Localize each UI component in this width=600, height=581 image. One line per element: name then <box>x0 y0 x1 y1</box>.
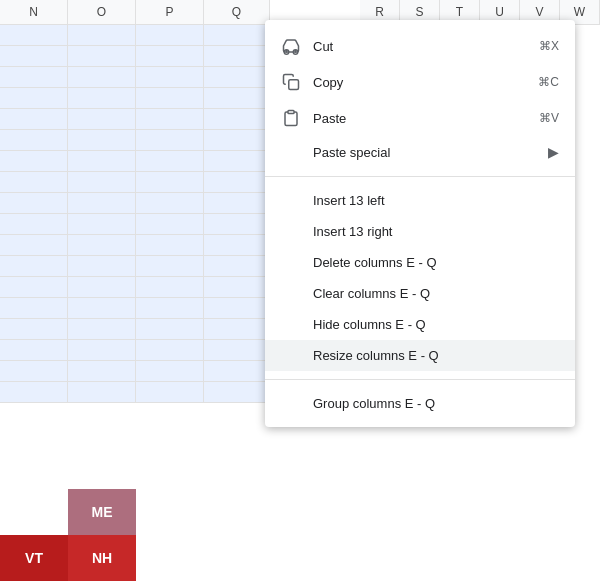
menu-divider-2 <box>265 379 575 380</box>
menu-item-resize-cols[interactable]: Resize columns E - Q <box>265 340 575 371</box>
col-header-n[interactable]: N <box>0 0 68 24</box>
paste-special-label: Paste special <box>313 145 390 160</box>
map-cell-nh: NH <box>68 535 136 581</box>
copy-icon <box>281 72 301 92</box>
menu-item-hide-cols[interactable]: Hide columns E - Q <box>265 309 575 340</box>
spreadsheet: N O P Q VT NH ME <box>0 0 270 581</box>
cut-label: Cut <box>313 39 333 54</box>
svg-rect-5 <box>288 111 294 114</box>
resize-cols-label: Resize columns E - Q <box>313 348 439 363</box>
paste-shortcut: ⌘V <box>539 111 559 125</box>
paste-icon <box>281 108 301 128</box>
menu-item-clear-cols[interactable]: Clear columns E - Q <box>265 278 575 309</box>
map-cell-vt: VT <box>0 535 68 581</box>
menu-item-paste[interactable]: Paste ⌘V <box>265 100 575 136</box>
cut-shortcut: ⌘X <box>539 39 559 53</box>
col-headers: N O P Q <box>0 0 270 25</box>
copy-label: Copy <box>313 75 343 90</box>
menu-item-insert-left[interactable]: Insert 13 left <box>265 185 575 216</box>
group-cols-label: Group columns E - Q <box>313 396 435 411</box>
menu-item-paste-special[interactable]: Paste special ▶ <box>265 136 575 168</box>
context-menu: Cut ⌘X Copy ⌘C Paste ⌘V <box>265 20 575 427</box>
menu-item-delete-cols[interactable]: Delete columns E - Q <box>265 247 575 278</box>
col-header-p[interactable]: P <box>136 0 204 24</box>
col-header-q[interactable]: Q <box>204 0 270 24</box>
menu-item-group-cols[interactable]: Group columns E - Q <box>265 388 575 419</box>
menu-divider-1 <box>265 176 575 177</box>
col-header-o[interactable]: O <box>68 0 136 24</box>
delete-cols-label: Delete columns E - Q <box>313 255 437 270</box>
menu-item-insert-right[interactable]: Insert 13 right <box>265 216 575 247</box>
insert-left-label: Insert 13 left <box>313 193 385 208</box>
menu-item-cut[interactable]: Cut ⌘X <box>265 28 575 64</box>
grid-area <box>0 25 270 403</box>
copy-shortcut: ⌘C <box>538 75 559 89</box>
insert-right-label: Insert 13 right <box>313 224 393 239</box>
clear-cols-label: Clear columns E - Q <box>313 286 430 301</box>
menu-item-copy[interactable]: Copy ⌘C <box>265 64 575 100</box>
hide-cols-label: Hide columns E - Q <box>313 317 426 332</box>
svg-rect-4 <box>289 80 299 90</box>
map-cell-me: ME <box>68 489 136 535</box>
cut-icon <box>281 36 301 56</box>
submenu-arrow-icon: ▶ <box>548 144 559 160</box>
paste-label: Paste <box>313 111 346 126</box>
